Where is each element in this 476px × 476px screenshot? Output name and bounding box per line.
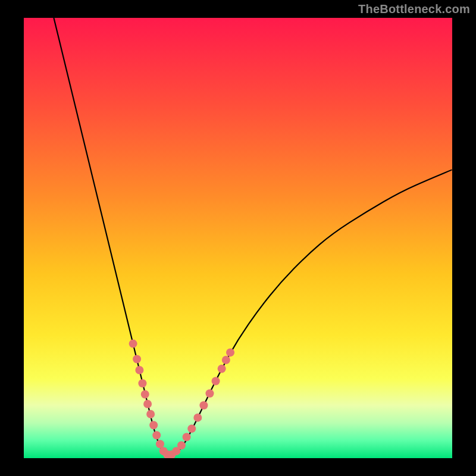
data-dot — [199, 401, 208, 409]
data-dot — [212, 377, 220, 386]
data-dot — [143, 400, 152, 408]
data-dot — [149, 421, 158, 430]
data-dot — [183, 433, 191, 441]
data-dot — [138, 379, 146, 387]
data-dot — [193, 414, 202, 422]
data-dot — [129, 340, 137, 348]
chart-svg — [24, 18, 452, 458]
data-dot — [146, 410, 155, 418]
data-dot — [177, 441, 186, 450]
data-dot — [141, 390, 149, 399]
chart-frame: TheBottleneck.com — [0, 0, 476, 476]
data-dot — [135, 366, 143, 374]
data-dot — [133, 355, 141, 364]
plot-area — [24, 18, 452, 458]
data-dot — [187, 424, 196, 433]
data-dot — [218, 365, 226, 373]
data-dot — [205, 389, 214, 397]
gradient-background — [24, 18, 452, 458]
data-dot — [226, 348, 234, 356]
data-dot — [222, 356, 230, 364]
watermark-text: TheBottleneck.com — [358, 2, 470, 16]
data-dot — [152, 431, 161, 440]
